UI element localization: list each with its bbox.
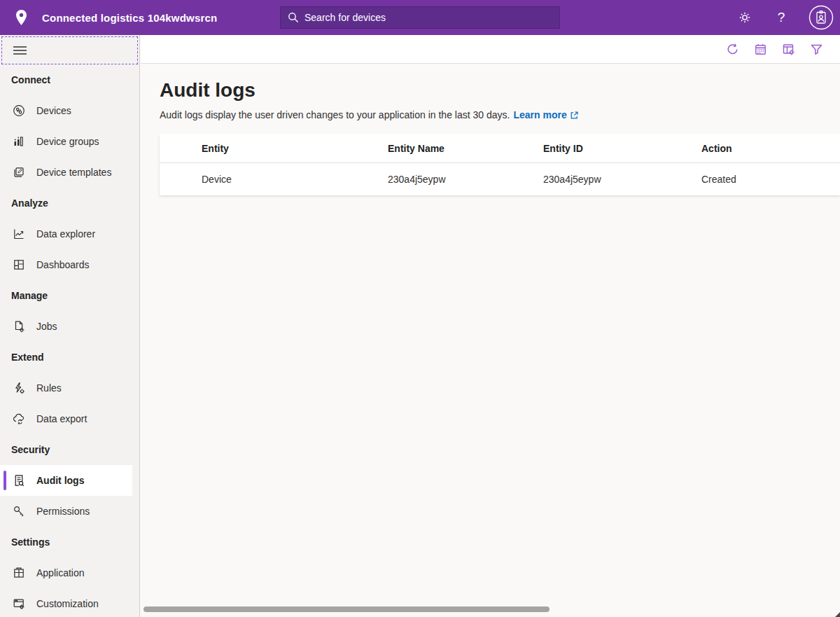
iot-central-app: Connected logistics 104kwdwsrcn Search f…: [0, 0, 840, 617]
gear-icon: [737, 10, 752, 25]
edit-columns-button[interactable]: [778, 39, 798, 59]
top-bar: Connected logistics 104kwdwsrcn Search f…: [0, 0, 840, 35]
search-input[interactable]: Search for devices: [280, 6, 560, 29]
learn-more-link[interactable]: Learn more: [513, 108, 578, 122]
description-text: Audit logs display the user driven chang…: [160, 108, 510, 122]
sidebar-item-label: Data export: [36, 413, 87, 424]
permissions-icon: [13, 505, 25, 518]
application-icon: [13, 567, 25, 579]
filter-button[interactable]: [806, 39, 826, 59]
edit-columns-icon: [782, 43, 795, 56]
sidebar-item-dashboards[interactable]: Dashboards: [0, 249, 139, 280]
customization-icon: [13, 597, 25, 610]
sidebar-item-label: Permissions: [36, 506, 90, 517]
page-body: Audit logs Audit logs display the user d…: [141, 64, 840, 195]
page-toolbar: [141, 35, 840, 64]
sidebar-item-data-explorer[interactable]: Data explorer: [0, 219, 139, 249]
search-icon: [288, 12, 299, 23]
hamburger-icon: [13, 46, 27, 55]
sidebar-item-application[interactable]: Application: [0, 557, 139, 588]
sidebar-item-label: Device groups: [36, 136, 99, 147]
horizontal-scrollbar[interactable]: [141, 606, 840, 617]
cell-entity-name: 230a4j5eypw: [388, 174, 543, 185]
device-templates-icon: [13, 166, 25, 179]
nav-section-extend: Extend: [0, 342, 139, 373]
learn-more-label: Learn more: [513, 108, 566, 122]
data-export-icon: [13, 413, 25, 425]
help-icon: ?: [778, 10, 785, 25]
sidebar-item-audit-logs[interactable]: Audit logs: [0, 465, 132, 496]
sidebar-item-label: Device templates: [36, 167, 111, 178]
refresh-button[interactable]: [722, 39, 742, 59]
sidebar-item-label: Audit logs: [36, 475, 84, 486]
location-pin-icon: [14, 9, 28, 26]
sidebar-nav: Connect Devices Device groups Device tem…: [0, 64, 139, 617]
nav-section-manage: Manage: [0, 280, 139, 311]
help-button[interactable]: ?: [771, 8, 791, 27]
scrollbar-thumb[interactable]: [144, 606, 550, 612]
search-placeholder: Search for devices: [304, 12, 386, 23]
column-header-entity-name[interactable]: Entity Name: [388, 143, 543, 154]
settings-button[interactable]: [735, 8, 755, 27]
devices-icon: [13, 104, 25, 117]
resize-grip-icon: [835, 612, 840, 617]
cell-action: Created: [701, 174, 840, 185]
sidebar-item-device-groups[interactable]: Device groups: [0, 126, 139, 157]
table-row: Device 230a4j5eypw 230a4j5eypw Created: [160, 163, 840, 195]
sidebar-item-label: Data explorer: [36, 228, 95, 240]
collapse-menu-button[interactable]: [1, 36, 138, 64]
sidebar-item-device-templates[interactable]: Device templates: [0, 157, 139, 188]
account-button[interactable]: [808, 4, 834, 31]
nav-section-analyze: Analyze: [0, 188, 139, 219]
account-badge-icon: [808, 4, 834, 31]
cell-entity-id: 230a4j5eypw: [543, 174, 701, 185]
column-header-entity-id[interactable]: Entity ID: [543, 143, 701, 154]
dashboards-icon: [13, 258, 25, 271]
sidebar-item-label: Application: [36, 567, 85, 578]
sidebar-item-data-export[interactable]: Data export: [0, 403, 139, 434]
nav-section-security: Security: [0, 434, 139, 465]
sidebar-item-devices[interactable]: Devices: [0, 95, 139, 126]
sidebar-item-label: Jobs: [36, 321, 57, 332]
time-range-button[interactable]: [750, 39, 770, 59]
sidebar-item-permissions[interactable]: Permissions: [0, 496, 139, 527]
device-groups-icon: [13, 135, 25, 148]
calendar-icon: [754, 43, 767, 56]
column-header-action[interactable]: Action: [701, 143, 840, 154]
external-link-icon: [570, 111, 579, 120]
sidebar-item-label: Dashboards: [36, 259, 90, 270]
audit-logs-icon: [13, 474, 25, 487]
sidebar-item-rules[interactable]: Rules: [0, 373, 139, 403]
nav-section-connect: Connect: [0, 64, 139, 95]
app-title: Connected logistics 104kwdwsrcn: [42, 12, 217, 24]
page-title: Audit logs: [160, 78, 840, 102]
sidebar-item-jobs[interactable]: Jobs: [0, 311, 139, 342]
jobs-icon: [13, 320, 25, 333]
sidebar-item-label: Rules: [36, 382, 62, 394]
page-description: Audit logs display the user driven chang…: [160, 108, 840, 122]
app-home[interactable]: Connected logistics 104kwdwsrcn: [0, 9, 217, 26]
top-bar-actions: ?: [735, 0, 834, 35]
filter-icon: [810, 43, 823, 56]
refresh-icon: [726, 43, 739, 56]
sidebar-item-customization[interactable]: Customization: [0, 588, 139, 617]
sidebar-item-label: Customization: [36, 598, 99, 609]
rules-icon: [13, 382, 25, 394]
sidebar-item-label: Devices: [36, 105, 71, 116]
nav-section-settings: Settings: [0, 527, 139, 557]
main-content: Audit logs Audit logs display the user d…: [141, 35, 840, 617]
data-explorer-icon: [13, 228, 25, 240]
cell-entity: Device: [160, 174, 388, 185]
column-header-entity[interactable]: Entity: [160, 143, 388, 154]
sidebar: Connect Devices Device groups Device tem…: [0, 35, 140, 617]
audit-logs-table: Entity Entity Name Entity ID Action Devi…: [160, 134, 840, 195]
table-header-row: Entity Entity Name Entity ID Action: [160, 134, 840, 163]
